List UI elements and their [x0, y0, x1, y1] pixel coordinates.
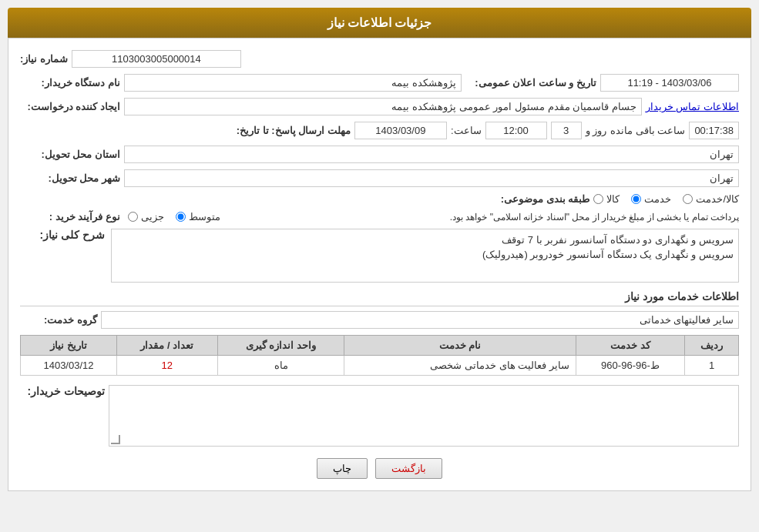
category-option-khadamat[interactable]: خدمت — [631, 193, 671, 205]
cell-name: سایر فعالیت های خدماتی شخصی — [344, 356, 576, 376]
proc-option-motavasset[interactable]: متوسط — [176, 211, 220, 223]
page-title: جزئیات اطلاعات نیاز — [327, 16, 432, 29]
shomar-label: شماره نیاز: — [20, 53, 68, 65]
category-option-kala-khadamat[interactable]: کالا/خدمت — [683, 193, 739, 205]
print-button[interactable]: چاپ — [317, 458, 368, 479]
creator-label: ایجاد کننده درخواست: — [20, 101, 120, 112]
shomar-value: 1103003005000014 — [72, 50, 241, 68]
description-title: شرح کلی نیاز: — [20, 229, 105, 241]
proc-radio-jozii[interactable] — [128, 212, 138, 222]
cell-code: ط-96-96-960 — [576, 356, 684, 376]
category-radio-group: کالا/خدمت خدمت کالا — [593, 193, 739, 205]
cell-unit: ماه — [217, 356, 344, 376]
group-label: گروه خدمت: — [20, 314, 97, 326]
proc-radio-group: متوسط جزیی — [128, 211, 220, 223]
proc-option-motavasset-label: متوسط — [189, 211, 220, 223]
col-date: تاریخ نیاز — [21, 336, 117, 356]
announce-value: 1403/03/06 - 11:19 — [600, 74, 739, 92]
services-section-title: اطلاعات خدمات مورد نیاز — [20, 290, 739, 306]
deadline-time: 12:00 — [485, 122, 547, 139]
col-code: کد خدمت — [576, 336, 684, 356]
col-name: نام خدمت — [344, 336, 576, 356]
deadline-time-label: ساعت: — [451, 125, 482, 136]
group-value: سایر فعالیتهای خدماتی — [101, 311, 739, 329]
province-label: استان محل تحویل: — [20, 149, 120, 160]
buyer-desc-box — [109, 385, 739, 447]
col-qty: تعداد / مقدار — [116, 336, 217, 356]
deadline-days: 3 — [551, 122, 582, 139]
description-line1: سرویس و نگهداری دو دستگاه آسانسور نفربر … — [116, 234, 734, 246]
cell-date: 1403/03/12 — [21, 356, 117, 376]
cell-row: 1 — [684, 356, 738, 376]
buyer-desc-label: توصیحات خریدار: — [20, 385, 105, 397]
category-label: طبقه بندی موضوعی: — [489, 193, 589, 205]
category-radio-khadamat[interactable] — [631, 194, 641, 204]
proc-option-jozii[interactable]: جزیی — [128, 211, 164, 223]
description-line2: سرویس و نگهداری یک دستگاه آسانسور خودروب… — [116, 249, 734, 260]
proc-label: نوع فرآیند خرید : — [20, 211, 120, 223]
page-header: جزئیات اطلاعات نیاز — [8, 8, 751, 38]
table-row: 1ط-96-96-960سایر فعالیت های خدماتی شخصیم… — [21, 356, 739, 376]
col-row: ردیف — [684, 336, 738, 356]
category-radio-kala[interactable] — [593, 194, 603, 204]
category-radio-kala-khadamat[interactable] — [683, 194, 693, 204]
city-label: شهر محل تحویل: — [20, 172, 120, 184]
back-button[interactable]: بازگشت — [375, 458, 442, 479]
creator-link[interactable]: اطلاعات تماس خریدار — [646, 101, 739, 112]
deadline-label: مهلت ارسال پاسخ: تا تاریخ: — [237, 125, 351, 136]
deadline-days-label: روز و — [586, 125, 607, 136]
city-value: تهران — [124, 169, 739, 187]
proc-radio-motavasset[interactable] — [176, 212, 186, 222]
province-value: تهران — [124, 146, 739, 163]
description-box: سرویس و نگهداری دو دستگاه آسانسور نفربر … — [111, 229, 739, 283]
deadline-remain-label: ساعت باقی مانده — [610, 125, 685, 136]
dastgah-value: پژوهشکده بیمه — [124, 74, 462, 92]
deadline-remain: 00:17:38 — [689, 122, 739, 139]
col-unit: واحد اندازه گیری — [217, 336, 344, 356]
category-option-kala[interactable]: کالا — [593, 193, 620, 205]
cell-qty: 12 — [116, 356, 217, 376]
services-table: ردیف کد خدمت نام خدمت واحد اندازه گیری ت… — [20, 335, 739, 376]
category-option-kala-khadamat-label: کالا/خدمت — [696, 193, 739, 205]
announce-label: تاریخ و ساعت اعلان عمومی: — [465, 77, 596, 89]
proc-option-jozii-label: جزیی — [141, 211, 164, 223]
dastgah-label: نام دستگاه خریدار: — [20, 77, 120, 89]
category-option-kala-label: کالا — [606, 193, 620, 205]
proc-note: پرداخت تمام یا بخشی از مبلغ خریدار از مح… — [228, 212, 739, 223]
resize-handle[interactable] — [111, 435, 120, 444]
deadline-date: 1403/03/09 — [354, 122, 447, 139]
footer-buttons: بازگشت چاپ — [20, 458, 739, 479]
creator-value: جسام قاسمیان مقدم مسئول امور عمومی پژوهش… — [124, 98, 642, 115]
category-option-khadamat-label: خدمت — [644, 193, 671, 205]
